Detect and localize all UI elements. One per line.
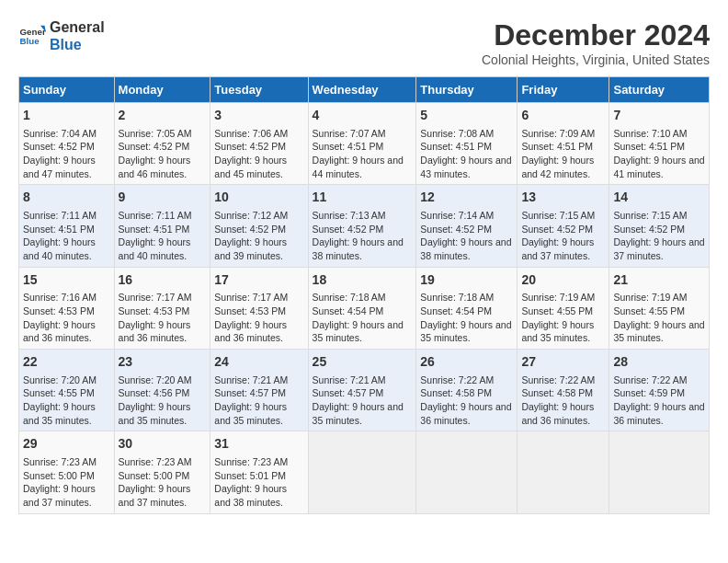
title-area: December 2024 Colonial Heights, Virginia… — [482, 18, 710, 67]
day-number: 28 — [613, 353, 705, 372]
cell-content: Sunrise: 7:11 AMSunset: 4:51 PMDaylight:… — [119, 209, 207, 263]
calendar-table: SundayMondayTuesdayWednesdayThursdayFrid… — [18, 76, 710, 514]
calendar-cell: 11Sunrise: 7:13 AMSunset: 4:52 PMDayligh… — [308, 185, 416, 267]
logo-text: General Blue — [50, 18, 105, 53]
calendar-cell: 19Sunrise: 7:18 AMSunset: 4:54 PMDayligh… — [416, 267, 518, 349]
cell-content: Sunrise: 7:09 AMSunset: 4:51 PMDaylight:… — [521, 127, 605, 181]
day-number: 20 — [521, 271, 605, 290]
logo-icon: General Blue — [18, 22, 46, 50]
calendar-week-row: 8Sunrise: 7:11 AMSunset: 4:51 PMDaylight… — [19, 185, 710, 267]
cell-content: Sunrise: 7:18 AMSunset: 4:54 PMDaylight:… — [313, 291, 413, 345]
cell-content: Sunrise: 7:22 AMSunset: 4:58 PMDaylight:… — [420, 373, 513, 428]
cell-content: Sunrise: 7:21 AMSunset: 4:57 PMDaylight:… — [214, 373, 303, 428]
cell-content: Sunrise: 7:20 AMSunset: 4:55 PMDaylight:… — [23, 373, 110, 428]
calendar-cell: 3Sunrise: 7:06 AMSunset: 4:52 PMDaylight… — [210, 103, 308, 185]
day-number: 7 — [613, 107, 705, 125]
column-header-friday: Friday — [518, 77, 609, 103]
calendar-cell: 7Sunrise: 7:10 AMSunset: 4:51 PMDaylight… — [609, 103, 710, 185]
calendar-week-row: 22Sunrise: 7:20 AMSunset: 4:55 PMDayligh… — [19, 350, 710, 431]
svg-text:Blue: Blue — [20, 36, 40, 46]
day-number: 24 — [214, 353, 303, 372]
cell-content: Sunrise: 7:05 AMSunset: 4:52 PMDaylight:… — [119, 127, 207, 181]
day-number: 21 — [613, 271, 705, 290]
calendar-week-row: 1Sunrise: 7:04 AMSunset: 4:52 PMDaylight… — [19, 103, 710, 185]
day-number: 27 — [521, 353, 605, 372]
column-header-wednesday: Wednesday — [308, 77, 416, 103]
calendar-cell: 13Sunrise: 7:15 AMSunset: 4:52 PMDayligh… — [518, 185, 609, 267]
cell-content: Sunrise: 7:13 AMSunset: 4:52 PMDaylight:… — [313, 209, 413, 263]
day-number: 29 — [23, 435, 110, 454]
calendar-cell: 22Sunrise: 7:20 AMSunset: 4:55 PMDayligh… — [19, 350, 115, 431]
calendar-header-row: SundayMondayTuesdayWednesdayThursdayFrid… — [19, 77, 710, 103]
calendar-cell: 17Sunrise: 7:17 AMSunset: 4:53 PMDayligh… — [210, 267, 308, 349]
cell-content: Sunrise: 7:20 AMSunset: 4:56 PMDaylight:… — [119, 373, 207, 428]
calendar-week-row: 15Sunrise: 7:16 AMSunset: 4:53 PMDayligh… — [19, 267, 710, 349]
cell-content: Sunrise: 7:07 AMSunset: 4:51 PMDaylight:… — [313, 127, 413, 181]
calendar-cell: 5Sunrise: 7:08 AMSunset: 4:51 PMDaylight… — [416, 103, 518, 185]
calendar-week-row: 29Sunrise: 7:23 AMSunset: 5:00 PMDayligh… — [19, 431, 710, 513]
calendar-cell: 15Sunrise: 7:16 AMSunset: 4:53 PMDayligh… — [19, 267, 115, 349]
column-header-saturday: Saturday — [609, 77, 710, 103]
calendar-cell — [416, 431, 518, 513]
cell-content: Sunrise: 7:10 AMSunset: 4:51 PMDaylight:… — [613, 127, 705, 181]
cell-content: Sunrise: 7:19 AMSunset: 4:55 PMDaylight:… — [521, 291, 605, 345]
day-number: 25 — [313, 353, 413, 372]
cell-content: Sunrise: 7:18 AMSunset: 4:54 PMDaylight:… — [420, 291, 513, 345]
day-number: 17 — [214, 271, 303, 290]
day-number: 16 — [119, 271, 207, 290]
day-number: 3 — [214, 107, 303, 125]
cell-content: Sunrise: 7:23 AMSunset: 5:00 PMDaylight:… — [119, 455, 207, 510]
cell-content: Sunrise: 7:15 AMSunset: 4:52 PMDaylight:… — [521, 209, 605, 263]
logo: General Blue General Blue — [18, 18, 105, 53]
calendar-cell: 9Sunrise: 7:11 AMSunset: 4:51 PMDaylight… — [114, 185, 210, 267]
day-number: 2 — [119, 107, 207, 125]
calendar-cell: 6Sunrise: 7:09 AMSunset: 4:51 PMDaylight… — [518, 103, 609, 185]
calendar-cell: 30Sunrise: 7:23 AMSunset: 5:00 PMDayligh… — [114, 431, 210, 513]
day-number: 18 — [313, 271, 413, 290]
day-number: 26 — [420, 353, 513, 372]
day-number: 12 — [420, 189, 513, 207]
calendar-cell: 24Sunrise: 7:21 AMSunset: 4:57 PMDayligh… — [210, 350, 308, 431]
calendar-cell: 26Sunrise: 7:22 AMSunset: 4:58 PMDayligh… — [416, 350, 518, 431]
day-number: 15 — [23, 271, 110, 290]
calendar-cell: 21Sunrise: 7:19 AMSunset: 4:55 PMDayligh… — [609, 267, 710, 349]
calendar-cell — [308, 431, 416, 513]
column-header-tuesday: Tuesday — [210, 77, 308, 103]
cell-content: Sunrise: 7:06 AMSunset: 4:52 PMDaylight:… — [214, 127, 303, 181]
cell-content: Sunrise: 7:11 AMSunset: 4:51 PMDaylight:… — [23, 209, 110, 263]
calendar-cell: 10Sunrise: 7:12 AMSunset: 4:52 PMDayligh… — [210, 185, 308, 267]
cell-content: Sunrise: 7:04 AMSunset: 4:52 PMDaylight:… — [23, 127, 110, 181]
cell-content: Sunrise: 7:12 AMSunset: 4:52 PMDaylight:… — [214, 209, 303, 263]
cell-content: Sunrise: 7:17 AMSunset: 4:53 PMDaylight:… — [119, 291, 207, 345]
column-header-sunday: Sunday — [19, 77, 115, 103]
day-number: 11 — [313, 189, 413, 207]
page-header: General Blue General Blue December 2024 … — [18, 18, 710, 67]
day-number: 14 — [613, 189, 705, 207]
cell-content: Sunrise: 7:23 AMSunset: 5:01 PMDaylight:… — [214, 455, 303, 510]
page-subtitle: Colonial Heights, Virginia, United State… — [482, 52, 710, 67]
svg-text:General: General — [20, 27, 47, 37]
calendar-cell: 2Sunrise: 7:05 AMSunset: 4:52 PMDaylight… — [114, 103, 210, 185]
calendar-cell: 18Sunrise: 7:18 AMSunset: 4:54 PMDayligh… — [308, 267, 416, 349]
calendar-cell: 27Sunrise: 7:22 AMSunset: 4:58 PMDayligh… — [518, 350, 609, 431]
cell-content: Sunrise: 7:15 AMSunset: 4:52 PMDaylight:… — [613, 209, 705, 263]
calendar-cell: 20Sunrise: 7:19 AMSunset: 4:55 PMDayligh… — [518, 267, 609, 349]
calendar-cell — [609, 431, 710, 513]
column-header-thursday: Thursday — [416, 77, 518, 103]
calendar-cell: 23Sunrise: 7:20 AMSunset: 4:56 PMDayligh… — [114, 350, 210, 431]
day-number: 30 — [119, 435, 207, 454]
day-number: 23 — [119, 353, 207, 372]
page-title: December 2024 — [482, 18, 710, 52]
cell-content: Sunrise: 7:22 AMSunset: 4:59 PMDaylight:… — [613, 373, 705, 428]
calendar-cell: 29Sunrise: 7:23 AMSunset: 5:00 PMDayligh… — [19, 431, 115, 513]
cell-content: Sunrise: 7:14 AMSunset: 4:52 PMDaylight:… — [420, 209, 513, 263]
cell-content: Sunrise: 7:21 AMSunset: 4:57 PMDaylight:… — [313, 373, 413, 428]
calendar-cell — [518, 431, 609, 513]
day-number: 13 — [521, 189, 605, 207]
calendar-cell: 1Sunrise: 7:04 AMSunset: 4:52 PMDaylight… — [19, 103, 115, 185]
calendar-cell: 31Sunrise: 7:23 AMSunset: 5:01 PMDayligh… — [210, 431, 308, 513]
day-number: 9 — [119, 189, 207, 207]
day-number: 6 — [521, 107, 605, 125]
day-number: 8 — [23, 189, 110, 207]
column-header-monday: Monday — [114, 77, 210, 103]
